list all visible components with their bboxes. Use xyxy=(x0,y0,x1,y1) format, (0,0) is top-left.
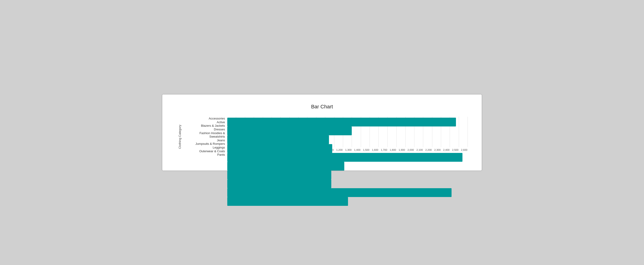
bar xyxy=(227,162,344,170)
category-label: Jeans xyxy=(183,138,225,142)
bar xyxy=(227,170,331,179)
category-label: Accessories xyxy=(183,117,225,120)
y-axis-label-container: Clothing Category xyxy=(176,117,183,157)
bar-row xyxy=(227,126,468,135)
bars-rows xyxy=(227,117,468,147)
category-labels: AccessoriesActiveBlazers & JacketsDresse… xyxy=(183,117,227,157)
chart-area: Clothing Category AccessoriesActiveBlaze… xyxy=(176,117,468,157)
category-label: Active xyxy=(183,120,225,124)
chart-container: Bar Chart Clothing Category AccessoriesA… xyxy=(162,94,482,171)
category-label: Fashion Hoodies & Sweatshirts xyxy=(183,131,225,138)
bar-row xyxy=(227,179,468,188)
category-label: Pants xyxy=(183,153,225,157)
grid-and-bars xyxy=(227,117,468,147)
bar xyxy=(227,144,332,153)
bar xyxy=(227,118,456,126)
bar-row xyxy=(227,135,468,144)
bars-section: 01002003004005006007008009001,0001,1001,… xyxy=(227,117,468,157)
category-label: Dresses xyxy=(183,128,225,131)
bar xyxy=(227,153,462,162)
bar-row xyxy=(227,153,468,162)
category-label: Jumpsuits & Rompers xyxy=(183,142,225,146)
bar-row xyxy=(227,144,468,153)
bar xyxy=(227,197,348,206)
y-axis-label: Clothing Category xyxy=(178,124,182,149)
bar-row xyxy=(227,118,468,126)
bars-and-axes: AccessoriesActiveBlazers & JacketsDresse… xyxy=(183,117,468,157)
bar xyxy=(227,179,331,188)
bar xyxy=(227,135,329,144)
bar-row xyxy=(227,197,468,206)
bar-row xyxy=(227,188,468,197)
chart-inner: AccessoriesActiveBlazers & JacketsDresse… xyxy=(183,117,468,157)
chart-title: Bar Chart xyxy=(176,104,468,110)
bar xyxy=(227,126,352,135)
category-label: Leggings xyxy=(183,146,225,150)
bar-row xyxy=(227,170,468,179)
category-label: Outerwear & Coats xyxy=(183,150,225,153)
category-label: Blazers & Jackets xyxy=(183,124,225,128)
bar-row xyxy=(227,162,468,170)
bar xyxy=(227,188,452,197)
